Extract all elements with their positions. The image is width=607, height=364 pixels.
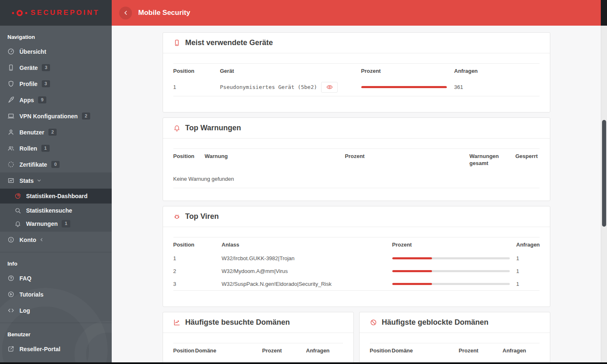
progress-bar [392,270,432,272]
sidebar: SECUREPOINT Navigation Übersicht Geräte … [0,0,112,364]
sidebar-item-label: Warnungen [26,220,58,227]
sidebar-item-label: Apps [19,97,34,103]
sidebar-item-label: VPN Konfigurationen [19,113,78,120]
sidebar-section-info: Info [0,252,112,270]
sidebar-item-reseller-portal[interactable]: Reseller-Portal [0,341,112,357]
count-badge: 1 [62,220,70,227]
external-link-icon [7,345,14,352]
content-scroll-area[interactable]: Meist verwendete Geräte Position Gerät P… [112,26,601,364]
logo-dot-icon [12,12,14,14]
logo-dot-icon [25,12,27,14]
table-header-row: Position Domäne Prozent Anfragen [173,343,343,358]
sidebar-item-log[interactable]: Log [0,302,112,318]
block-icon [370,319,377,326]
chevron-down-icon [37,178,41,183]
page-title: Mobile Security [138,9,190,17]
chart-line-icon [173,319,180,326]
device-cell: Pseudonymisiertes Gerät (5be2) [220,79,361,96]
scrollbar-thumb[interactable] [602,120,606,227]
sidebar-item-label: Übersicht [19,48,46,55]
question-icon [7,275,14,282]
count-badge: 3 [42,80,50,87]
card-top-viruses: Top Viren Position Anlass Prozent Anfrag… [163,206,550,307]
sidebar-item-label: Konto [19,237,36,243]
laptop-icon [7,113,14,120]
sidebar-item-profile[interactable]: Profile 3 [0,76,112,92]
smartphone-icon [173,39,180,46]
sidebar-item-tutorials[interactable]: Tutorials [0,286,112,302]
count-badge: 1 [41,145,50,152]
count-badge: 3 [42,64,50,71]
table-row: 1 Pseudonymisiertes Gerät (5be2) 361 [173,79,540,96]
sidebar-item-label: Statistiken-Dashboard [26,193,88,199]
play-icon [7,291,14,298]
sidebar-item-zertifikate[interactable]: Zertifikate 0 [0,156,112,172]
sidebar-section-navigation: Navigation [0,26,112,43]
progress-bar [392,283,432,285]
window-bottom-edge [0,362,607,364]
card-visited-domains: Häufigste besuchte Domänen Position Domä… [163,312,354,364]
count-badge: 9 [38,96,46,103]
sidebar-item-label: Profile [19,81,38,87]
empty-state-text: Keine Warnung gefunden [173,171,540,188]
card-title: Häufigste geblockte Domänen [382,318,489,327]
brand-logo[interactable]: SECUREPOINT [0,0,112,26]
sidebar-item-vpn-konfigurationen[interactable]: VPN Konfigurationen 2 [0,108,112,124]
sidebar-item-warnungen[interactable]: Warnungen 1 [0,218,112,232]
chart-icon [7,177,14,184]
info-icon [7,236,14,243]
virus-name: W32/SuspPack.N.gen!Eldorado|Security_Ris… [222,278,392,290]
table-header-row: Position Domäne Prozent Anfragen [370,343,540,358]
table-header-row: Position Warnung Prozent Warnungen gesam… [173,149,540,171]
scrollbar-top-cap [601,0,607,26]
sidebar-item-label: Stats [19,177,34,184]
shield-icon [7,80,14,87]
position-cell: 1 [173,81,220,93]
sidebar-item-stats[interactable]: Stats [0,172,112,189]
sidebar-item-apps[interactable]: Apps 9 [0,92,112,108]
percent-cell [361,83,454,91]
requests-cell: 1 [516,278,540,290]
view-device-button[interactable] [321,82,338,93]
card-most-used-devices: Meist verwendete Geräte Position Gerät P… [163,32,550,113]
sidebar-item-label: Geräte [19,65,38,71]
sidebar-item-statistikensuche[interactable]: Statistikensuche [0,204,112,218]
user-icon [7,129,14,136]
table-row: 1 W32/Ircbot.GUKK-3982|Trojan 1 [173,252,540,265]
card-title: Top Viren [185,212,219,221]
back-button[interactable] [119,7,132,19]
card-title: Top Warnungen [185,124,241,132]
sidebar-item-uebersicht[interactable]: Übersicht [0,43,112,60]
bell-icon [173,125,180,132]
gauge-icon [7,48,14,55]
pie-chart-icon [14,193,21,199]
sidebar-item-label: Reseller-Portal [19,346,60,352]
sidebar-item-geraete[interactable]: Geräte 3 [0,60,112,76]
device-name: Pseudonymisiertes Gerät (5be2) [220,84,317,90]
sidebar-item-label: Benutzer [19,129,44,136]
rocket-icon [7,96,14,103]
count-badge: 0 [51,161,60,168]
chevron-left-icon [123,10,129,16]
main-area: Mobile Security Meist verwendete Geräte … [112,0,601,364]
sidebar-section-benutzer: Benutzer [0,323,112,341]
sidebar-item-benutzer[interactable]: Benutzer 2 [0,124,112,140]
count-badge: 2 [48,129,57,136]
sidebar-item-statistiken-dashboard[interactable]: Statistiken-Dashboard [0,189,112,204]
table-row: 2 W32/Mydoom.A@mm|Virus 1 [173,265,540,278]
sidebar-item-label: Statistikensuche [26,207,72,214]
card-top-warnings: Top Warnungen Position Warnung Prozent W… [163,117,550,201]
sidebar-item-konto[interactable]: Konto [0,232,112,248]
virus-name: W32/Ircbot.GUKK-3982|Trojan [222,252,392,265]
code-icon [7,307,14,314]
progress-bar [361,86,447,88]
scrollbar-track[interactable] [601,26,607,364]
table-header-row: Position Anlass Prozent Anfragen [173,237,540,252]
sidebar-item-label: Tutorials [19,291,43,298]
card-blocked-domains: Häufigste geblockte Domänen Position Dom… [359,312,550,364]
sidebar-item-label: Zertifikate [19,161,47,168]
sidebar-item-label: FAQ [19,275,31,282]
virus-name: W32/Mydoom.A@mm|Virus [222,265,392,278]
sidebar-item-faq[interactable]: FAQ [0,270,112,286]
sidebar-item-rollen[interactable]: Rollen 1 [0,140,112,156]
